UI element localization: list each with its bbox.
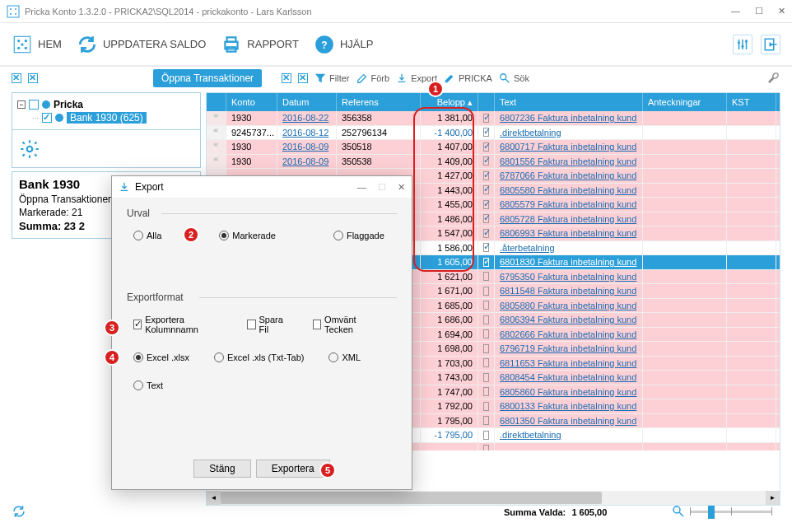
dialog-minimize-icon[interactable]: — bbox=[357, 182, 366, 193]
row-checkbox[interactable] bbox=[483, 329, 489, 338]
col-referens[interactable]: Referens bbox=[337, 93, 421, 111]
row-checkbox[interactable] bbox=[483, 243, 489, 252]
text-link[interactable]: 6805880 Faktura inbetalning kund bbox=[500, 301, 636, 310]
date-link[interactable]: 2016-08-09 bbox=[282, 142, 328, 152]
row-checkbox[interactable] bbox=[483, 402, 489, 411]
text-link[interactable]: 6811548 Faktura inbetalning kund bbox=[500, 286, 636, 296]
hem-button[interactable]: HEM bbox=[12, 34, 62, 55]
text-link[interactable]: 6806993 Faktura inbetalning kund bbox=[500, 228, 636, 238]
rapport-button[interactable]: RAPPORT bbox=[221, 34, 299, 55]
dialog-close-icon[interactable]: ✕ bbox=[398, 182, 405, 193]
row-checkbox[interactable] bbox=[483, 156, 489, 166]
filter-button[interactable]: Filter bbox=[314, 72, 349, 84]
check-omvant[interactable]: Omvänt Tecken bbox=[313, 315, 375, 334]
table-row[interactable]: 19302016-08-093505181 407,006800717 Fakt… bbox=[207, 140, 780, 155]
dialog-titlebar[interactable]: Export — ☐ ✕ bbox=[112, 176, 412, 198]
row-checkbox[interactable] bbox=[483, 287, 489, 296]
exit-icon[interactable] bbox=[761, 35, 780, 54]
collapse-icon[interactable]: − bbox=[17, 100, 26, 109]
text-link[interactable]: 6805860 Faktura inbetalning kund bbox=[500, 387, 636, 397]
sliders-icon[interactable] bbox=[733, 35, 752, 54]
col-konto[interactable]: Konto bbox=[226, 93, 277, 111]
row-checkbox[interactable] bbox=[483, 185, 489, 194]
radio-flaggade[interactable]: Flaggade bbox=[333, 231, 384, 240]
subbar-check-mid-2[interactable] bbox=[298, 73, 308, 83]
check-spara-fil[interactable]: Spara Fil bbox=[247, 315, 288, 334]
uppdatera-button[interactable]: UPPDATERA SALDO bbox=[77, 34, 206, 55]
table-row[interactable]: 19302016-08-093505381 409,006801556 Fakt… bbox=[207, 155, 780, 170]
sok-button[interactable]: Sök bbox=[499, 72, 529, 84]
text-link[interactable]: 6806394 Faktura inbetalning kund bbox=[500, 315, 636, 324]
row-checkbox[interactable] bbox=[483, 301, 489, 310]
footer-refresh-icon[interactable] bbox=[12, 504, 26, 519]
radio-text[interactable]: Text bbox=[133, 380, 163, 390]
row-checkbox[interactable] bbox=[483, 431, 489, 440]
row-checkbox[interactable] bbox=[483, 229, 489, 238]
row-checkbox[interactable] bbox=[483, 114, 489, 123]
text-link[interactable]: 6787066 Faktura inbetalning kund bbox=[500, 170, 636, 180]
text-link[interactable]: .direktbetalning bbox=[500, 128, 561, 138]
text-link[interactable]: 6808454 Faktura inbetalning kund bbox=[500, 372, 636, 382]
check-kolumnnamn[interactable]: Exportera Kolumnnamn bbox=[133, 315, 222, 334]
text-link[interactable]: .återbetalning bbox=[500, 243, 555, 253]
text-link[interactable]: 6801830 Faktura inbetalning kund bbox=[500, 257, 636, 267]
row-checkbox[interactable] bbox=[483, 272, 489, 281]
row-checkbox[interactable] bbox=[483, 315, 489, 324]
col-check[interactable] bbox=[478, 93, 495, 111]
table-row[interactable]: 19302016-08-223563581 381,006807236 Fakt… bbox=[207, 111, 780, 126]
subbar-check-left-2[interactable] bbox=[28, 73, 38, 83]
col-kst[interactable]: KST bbox=[727, 93, 776, 111]
zoom-slider[interactable] bbox=[690, 511, 772, 513]
text-link[interactable]: 6801556 Faktura inbetalning kund bbox=[500, 156, 636, 166]
text-link[interactable]: 6801350 Faktura inbetalning kund bbox=[500, 416, 636, 426]
radio-xml[interactable]: XML bbox=[328, 352, 361, 362]
text-link[interactable]: 6805728 Faktura inbetalning kund bbox=[500, 214, 636, 224]
tree-root[interactable]: − Pricka bbox=[17, 98, 195, 111]
text-link[interactable]: 6811653 Faktura inbetalning kund bbox=[500, 358, 636, 368]
text-link[interactable]: 6796719 Faktura inbetalning kund bbox=[500, 343, 636, 353]
wrench-icon[interactable] bbox=[767, 72, 780, 85]
subbar-check-left-1[interactable] bbox=[12, 73, 21, 83]
col-text[interactable]: Text bbox=[495, 93, 643, 111]
radio-xls[interactable]: Excel .xls (Txt-Tab) bbox=[214, 352, 305, 362]
date-link[interactable]: 2016-08-09 bbox=[282, 156, 328, 166]
radio-alla[interactable]: Alla bbox=[133, 231, 161, 240]
slider-thumb[interactable] bbox=[708, 506, 715, 519]
hjalp-button[interactable]: ? HJÄLP bbox=[314, 34, 373, 55]
text-link[interactable]: 6800133 Faktura inbetalning kund bbox=[500, 401, 636, 411]
text-link[interactable]: 6805579 Faktura inbetalning kund bbox=[500, 199, 636, 209]
row-checkbox[interactable] bbox=[483, 171, 489, 180]
col-marker[interactable] bbox=[207, 93, 226, 111]
row-checkbox[interactable] bbox=[483, 373, 489, 382]
table-row[interactable]: 9245737...2016-08-12252796134-1 400,00.d… bbox=[207, 126, 780, 141]
row-checkbox[interactable] bbox=[483, 128, 489, 137]
date-link[interactable]: 2016-08-22 bbox=[282, 113, 328, 123]
text-link[interactable]: 6805580 Faktura inbetalning kund bbox=[500, 185, 636, 195]
dialog-maximize-icon[interactable]: ☐ bbox=[378, 182, 386, 193]
tree-root-check[interactable] bbox=[29, 100, 39, 110]
text-link[interactable]: 6807236 Faktura inbetalning kund bbox=[500, 113, 636, 123]
oppna-transaktioner-pill[interactable]: Öppna Transaktioner bbox=[153, 69, 262, 87]
radio-xlsx[interactable]: Excel .xlsx bbox=[133, 352, 189, 362]
col-datum[interactable]: Datum bbox=[277, 93, 337, 111]
text-link[interactable]: .direktbetalning bbox=[500, 430, 561, 440]
pricka-button[interactable]: PRICKA bbox=[444, 72, 492, 84]
col-belopp[interactable]: Belopp ▴ bbox=[421, 93, 478, 111]
date-link[interactable]: 2016-08-12 bbox=[282, 128, 328, 138]
row-checkbox[interactable] bbox=[483, 258, 489, 267]
subbar-check-mid-1[interactable] bbox=[282, 73, 291, 83]
row-checkbox[interactable] bbox=[483, 200, 489, 209]
text-link[interactable]: 6802666 Faktura inbetalning kund bbox=[500, 329, 636, 339]
radio-markerade[interactable]: Markerade bbox=[219, 231, 276, 240]
maximize-icon[interactable]: ☐ bbox=[755, 6, 763, 16]
text-link[interactable]: 6795350 Faktura inbetalning kund bbox=[500, 272, 636, 282]
forb-button[interactable]: Förb bbox=[356, 72, 390, 84]
row-checkbox[interactable] bbox=[483, 416, 489, 425]
row-checkbox[interactable] bbox=[483, 358, 489, 367]
close-icon[interactable]: ✕ bbox=[778, 6, 785, 16]
stang-button[interactable]: Stäng bbox=[193, 460, 250, 478]
row-checkbox[interactable] bbox=[483, 445, 489, 450]
text-link[interactable]: 6800717 Faktura inbetalning kund bbox=[500, 142, 636, 152]
tree-child-check[interactable] bbox=[42, 113, 52, 123]
minimize-icon[interactable]: — bbox=[731, 6, 740, 16]
